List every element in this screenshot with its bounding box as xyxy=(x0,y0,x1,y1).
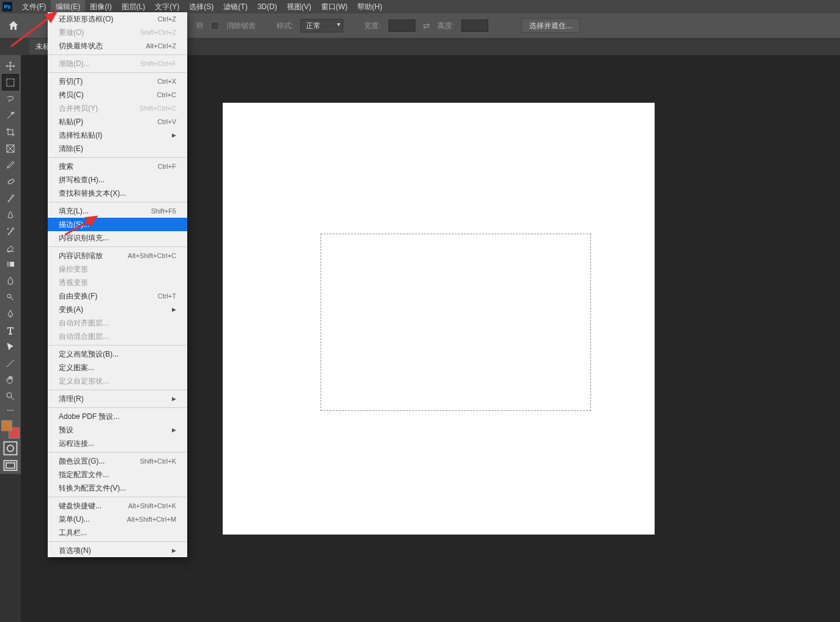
tool-history-brush[interactable] xyxy=(2,223,19,239)
menu-select[interactable]: 选择(S) xyxy=(184,0,218,14)
height-label: 高度: xyxy=(437,21,454,31)
menuitem--[interactable]: 工具栏... xyxy=(48,526,187,539)
tool-clone[interactable] xyxy=(2,206,19,223)
menuitem--g-[interactable]: 颜色设置(G)...Shift+Ctrl+K xyxy=(48,454,187,468)
menuitem--[interactable]: 键盘快捷键...Alt+Shift+Ctrl+K xyxy=(48,499,187,513)
menuitem--u-[interactable]: 菜单(U)...Alt+Shift+Ctrl+M xyxy=(48,513,187,526)
menuitem-label: 定义自定形状... xyxy=(59,376,109,387)
menuitem--o-[interactable]: 还原矩形选框(O)Ctrl+Z xyxy=(48,12,187,26)
menuitem--e-[interactable]: 清除(E) xyxy=(48,142,187,155)
menuitem-label: 透视变形 xyxy=(59,278,88,288)
menuitem--: 定义自定形状... xyxy=(48,374,187,388)
menu-3d[interactable]: 3D(D) xyxy=(253,1,282,13)
menuitem--c-[interactable]: 拷贝(C)Ctrl+C xyxy=(48,88,187,102)
menu-separator xyxy=(48,541,187,542)
menuitem--v-[interactable]: 转换为配置文件(V)... xyxy=(48,481,187,495)
menuitem--t-[interactable]: 剪切(T)Ctrl+X xyxy=(48,75,187,88)
tool-pen[interactable] xyxy=(2,305,19,322)
tool-brush[interactable] xyxy=(2,190,19,206)
width-input[interactable] xyxy=(388,20,415,32)
menuitem--p-[interactable]: 粘贴(P)Ctrl+V xyxy=(48,115,187,128)
width-label: 宽度: xyxy=(364,21,381,31)
tool-gradient[interactable] xyxy=(2,256,19,272)
menuitem--r-[interactable]: 清理(R)▶ xyxy=(48,392,187,405)
style-select[interactable]: 正常 xyxy=(300,19,343,32)
menu-separator xyxy=(48,246,187,247)
menuitem-label: 远程连接... xyxy=(59,439,94,449)
menu-view[interactable]: 视图(V) xyxy=(282,0,316,14)
tool-marquee[interactable] xyxy=(2,74,19,91)
tool-move[interactable] xyxy=(2,57,19,74)
menuitem--a-[interactable]: 变换(A)▶ xyxy=(48,303,187,316)
menuitem--[interactable]: 搜索Ctrl+F xyxy=(48,160,187,173)
select-and-mask-button[interactable]: 选择并遮住... xyxy=(521,18,580,33)
tool-blur[interactable] xyxy=(2,272,19,289)
menuitem-adobe-pdf-[interactable]: Adobe PDF 预设... xyxy=(48,410,187,423)
tool-eyedropper[interactable] xyxy=(2,157,19,173)
menu-separator xyxy=(48,202,187,202)
menuitem--[interactable]: 内容识别填充... xyxy=(48,231,187,245)
menuitem--i-[interactable]: 选择性粘贴(I)▶ xyxy=(48,128,187,142)
menuitem-label: 拼写检查(H)... xyxy=(59,175,105,185)
menuitem--: 操控变形 xyxy=(48,262,187,276)
color-swatches[interactable] xyxy=(1,420,20,439)
quick-mask-icon[interactable] xyxy=(2,440,19,456)
menuitem--[interactable]: 远程连接... xyxy=(48,437,187,450)
menuitem-shortcut: Ctrl+X xyxy=(157,78,176,85)
menuitem--n-[interactable]: 首选项(N)▶ xyxy=(48,544,187,557)
tool-healing[interactable] xyxy=(2,173,19,190)
tool-hand[interactable] xyxy=(2,371,19,388)
menuitem--: 自动混合图层... xyxy=(48,330,187,343)
app-icon: Ps xyxy=(2,2,12,12)
menu-separator xyxy=(48,345,187,346)
submenu-arrow-icon: ▶ xyxy=(172,306,176,313)
tool-frame[interactable] xyxy=(2,140,19,157)
menu-filter[interactable]: 滤镜(T) xyxy=(218,0,252,14)
menuitem-label: 颜色设置(G)... xyxy=(59,456,105,467)
menu-file[interactable]: 文件(F) xyxy=(17,0,51,14)
menu-help[interactable]: 帮助(H) xyxy=(352,0,387,14)
height-input[interactable] xyxy=(461,20,488,32)
menuitem--s-[interactable]: 描边(S)... xyxy=(48,218,187,231)
svg-rect-10 xyxy=(6,462,15,468)
tool-zoom[interactable] xyxy=(2,388,19,404)
tool-magic-wand[interactable] xyxy=(2,107,19,124)
menuitem-label: 定义图案... xyxy=(59,363,94,373)
swap-wh-icon[interactable]: ⇄ xyxy=(423,21,430,31)
menuitem-label: 预设 xyxy=(59,425,73,435)
menuitem--[interactable]: 切换最终状态Alt+Ctrl+Z xyxy=(48,39,187,53)
screen-mode-icon[interactable] xyxy=(2,457,19,474)
menuitem--[interactable]: 指定配置文件... xyxy=(48,468,187,481)
tool-crop[interactable] xyxy=(2,124,19,140)
tool-lasso[interactable] xyxy=(2,91,19,107)
document-canvas[interactable] xyxy=(223,103,655,535)
anti-alias-label: 消除锯齿 xyxy=(226,21,256,31)
menu-separator xyxy=(48,157,187,158)
anti-alias-checkbox[interactable] xyxy=(210,21,219,30)
svg-rect-2 xyxy=(8,179,15,184)
menu-separator xyxy=(48,407,187,408)
menuitem--h-[interactable]: 拼写检查(H)... xyxy=(48,173,187,187)
menuitem--l-[interactable]: 填充(L)...Shift+F5 xyxy=(48,204,187,218)
tool-dodge[interactable] xyxy=(2,289,19,305)
tool-line[interactable] xyxy=(2,355,19,371)
menuitem--[interactable]: 内容识别缩放Alt+Shift+Ctrl+C xyxy=(48,249,187,262)
menuitem--[interactable]: 预设▶ xyxy=(48,423,187,437)
tool-type[interactable] xyxy=(2,322,19,338)
tool-path-select[interactable] xyxy=(2,338,19,355)
tool-eraser[interactable] xyxy=(2,239,19,256)
menuitem--b-[interactable]: 定义画笔预设(B)... xyxy=(48,347,187,361)
menuitem--x-[interactable]: 查找和替换文本(X)... xyxy=(48,187,187,200)
home-icon[interactable] xyxy=(5,17,22,34)
menuitem-label: 合并拷贝(Y) xyxy=(59,103,98,114)
menuitem-label: 键盘快捷键... xyxy=(59,501,102,511)
menuitem-shortcut: Shift+Ctrl+F xyxy=(140,60,176,67)
menuitem-shortcut: Shift+Ctrl+C xyxy=(139,105,176,112)
menu-window[interactable]: 窗口(W) xyxy=(316,0,352,14)
menu-separator xyxy=(48,72,187,73)
menuitem--[interactable]: 定义图案... xyxy=(48,361,187,374)
menuitem-shortcut: Alt+Shift+Ctrl+C xyxy=(128,252,176,259)
foreground-color-swatch[interactable] xyxy=(1,420,12,431)
menuitem--f-[interactable]: 自由变换(F)Ctrl+T xyxy=(48,289,187,303)
menuitem--o-: 重做(O)Shift+Ctrl+Z xyxy=(48,26,187,39)
